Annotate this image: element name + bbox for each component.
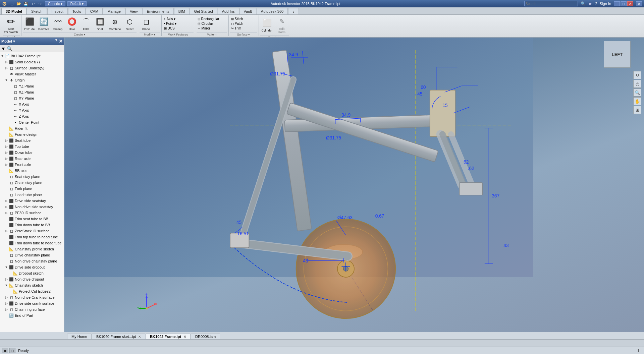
tab-bk1040[interactable]: BK1040 Frame sket...ipt ✕ [92,334,145,339]
tree-item-xz-plane[interactable]: ◻XZ Plane [0,89,64,95]
ribbon-group-modify-label[interactable]: Modify ▾ [140,32,160,36]
tab-sketch[interactable]: Sketch [27,8,47,14]
tree-item-dropout-sketch[interactable]: 📐Dropout sketch [0,270,64,276]
tree-item-origin[interactable]: ▼✛Origin [0,77,64,83]
tree-item-seat-stay-plane[interactable]: ◻Seat stay plane [0,174,64,180]
shell-button[interactable]: 🔲 Shell [94,16,107,32]
fillet-button[interactable]: ⌒ Fillet [79,16,93,32]
tree-item-front-axle[interactable]: ▷⬛Front axle [0,162,64,168]
tree-item-seat-tube[interactable]: ▷⬛Seat tube [0,137,64,143]
mirror-button[interactable]: ⊣Mirror [197,26,220,31]
hole-button[interactable]: ⭕ Hole [65,16,79,32]
ucs-button[interactable]: ⊞UCS [163,26,177,31]
revolve-button[interactable]: 🔄 Revolve [37,16,51,32]
close-button[interactable]: ✕ [627,1,633,6]
tree-item-fork-plane[interactable]: ◻Fork plane [0,186,64,192]
tree-item-head-tube-plane[interactable]: ◻Head tube plane [0,192,64,198]
ribbon-group-surface-label[interactable]: Surface ▾ [230,32,257,36]
tree-item-xy-plane[interactable]: ◻XY Plane [0,95,64,101]
tree-item-trim-seat-bb[interactable]: ⬛Trim seat tube to BB [0,216,64,222]
tree-item-y-axis[interactable]: ↔Y Axis [0,107,64,113]
circular-button[interactable]: ◎Circular [197,21,220,26]
point-button[interactable]: •Point ▾ [163,21,177,26]
tree-item-drive-chainstay-plane[interactable]: ◻Drive chainstay plane [0,252,64,258]
model-panel-title[interactable]: Model ▾ [1,39,15,44]
plane-button[interactable]: ◻ Plane [140,16,153,32]
undo-button[interactable]: ↩ [30,1,36,7]
tree-item-file[interactable]: ▼📄BK1042 Frame.ipt [0,53,64,59]
help-icon[interactable]: ? [595,1,597,6]
tree-item-non-drive-seatstay[interactable]: ▷⬛Non drive side seatstay [0,204,64,210]
tab-dr0008[interactable]: DR0008.iam [191,334,220,339]
start-2d-sketch-button[interactable]: ✏ Start2D Sketch [3,15,19,35]
tab-view[interactable]: View [125,8,142,14]
search-model-button[interactable]: 🔍 [7,46,12,51]
tab-3d-model[interactable]: 3D Model [1,8,26,14]
zoom-button[interactable]: 🔍 [633,88,641,97]
tree-item-solid-bodies[interactable]: ▷⬛Solid Bodies(7) [0,59,64,65]
close-bk1042-icon[interactable]: ✕ [183,335,186,339]
ribbon-group-create-label[interactable]: Create ▾ [23,32,137,36]
tab-overflow[interactable]: ↓ [288,8,299,14]
tab-cam[interactable]: CAM [86,8,103,14]
tab-autodesk-360[interactable]: Autodesk 360 [257,8,288,14]
tab-environments[interactable]: Environments [143,8,174,14]
tree-item-end-of-part[interactable]: 🔚End of Part [0,312,64,318]
cylinder-button[interactable]: ⬜ Cylinder [260,17,274,33]
tree-item-trim-down-bb[interactable]: ⬛Trim down tube to BB [0,222,64,228]
tree-item-center-point[interactable]: •Center Point [0,119,64,125]
tab-my-home[interactable]: My Home [67,334,92,339]
nav-cube[interactable]: LEFT [604,41,631,68]
tree-item-zerostack-id[interactable]: ▷◻ZeroStack ID surface [0,228,64,234]
tree-item-drive-dropout[interactable]: ▼⬛Drive side dropout [0,264,64,270]
tree-item-trim-top-head[interactable]: ⬛Trim top tube to head tube [0,234,64,240]
tree-item-chainstay-profile[interactable]: 📐Chainstay profile sketch [0,246,64,252]
tree-item-non-drive-dropout[interactable]: ▷⬛Non drive dropout [0,276,64,282]
tree-item-frame-design[interactable]: 📐Frame design [0,131,64,137]
extrude-button[interactable]: ⬛ Extrude [23,16,36,32]
generic-dropdown[interactable]: Generic ▾ [45,1,65,6]
tree-item-z-axis[interactable]: ↔Z Axis [0,113,64,119]
tree-item-x-axis[interactable]: ↔X Axis [0,101,64,107]
sign-in-button[interactable]: Sign In [600,2,611,6]
restore-button[interactable]: □ [621,1,627,6]
zoom-all-button[interactable]: ⊞ [633,106,641,114]
tab-tools[interactable]: Tools [68,8,86,14]
tree-item-surface-bodies[interactable]: ▷◻Surface Bodies(5) [0,65,64,71]
tree-item-yz-plane[interactable]: ◻YZ Plane [0,83,64,89]
combine-button[interactable]: ⊕ Combine [108,16,122,32]
patch-button[interactable]: ◻Patch [230,21,245,26]
pan-button[interactable]: ✋ [633,97,641,105]
panel-help-button[interactable]: ? [55,39,57,44]
viewport[interactable]: 34.9 Ø31.75 34.9 Ø31.75 45 16.51 48 Ø47.… [64,38,644,332]
direct-button[interactable]: ⬡ Direct [123,16,137,32]
tree-item-pf30-id[interactable]: ▷◻PF30 ID surface [0,210,64,216]
rectangular-button[interactable]: ⊞Rectangular [197,17,220,21]
tree-item-non-drive-crank[interactable]: ▷◻Non drive Crank surface [0,294,64,300]
tree-item-chainstay-sketch[interactable]: ▼📐Chainstay sketch [0,282,64,288]
tree-item-project-cut-edges[interactable]: 📐Project Cut Edges2 [0,288,64,294]
filter-button[interactable]: ▼ [1,46,6,51]
tree-item-drive-crank[interactable]: ▷⬛Drive side crank surface [0,300,64,306]
external-window-close[interactable]: ✕ [636,1,642,6]
statusbar-icon-btn2[interactable]: ◻ [9,348,15,353]
tab-inspect[interactable]: Inspect [47,8,68,14]
edit-form-button[interactable]: ✎ EditForm [275,15,289,35]
axis-button[interactable]: ↕Axis ▾ [163,17,177,21]
open-button[interactable]: 📂 [16,1,22,7]
tree-item-drive-side-seatstay[interactable]: ▷⬛Drive side seatstay [0,198,64,204]
tree-item-chain-ring-surface[interactable]: ▷◻Chain ring surface [0,306,64,312]
default-dropdown[interactable]: Default ▾ [67,1,87,6]
tab-add-ins[interactable]: Add-Ins [218,8,239,14]
redo-button[interactable]: ↪ [37,1,43,7]
save-button[interactable]: 💾 [23,1,29,7]
tree-item-top-tube[interactable]: ▷⬛Top tube [0,143,64,150]
statusbar-icon-btn[interactable]: ◼ [2,348,8,353]
tab-manage[interactable]: Manage [103,8,125,14]
tree-item-rear-axle[interactable]: ▷⬛Rear axle [0,156,64,162]
orbit-button[interactable]: ↻ [633,71,641,79]
tree-item-chain-stay-plane[interactable]: ◻Chain stay plane [0,180,64,186]
global-search-input[interactable] [524,1,578,6]
tree-item-bb-axis[interactable]: 📐BB axis [0,168,64,174]
panel-close-button[interactable]: ✕ [59,39,63,44]
